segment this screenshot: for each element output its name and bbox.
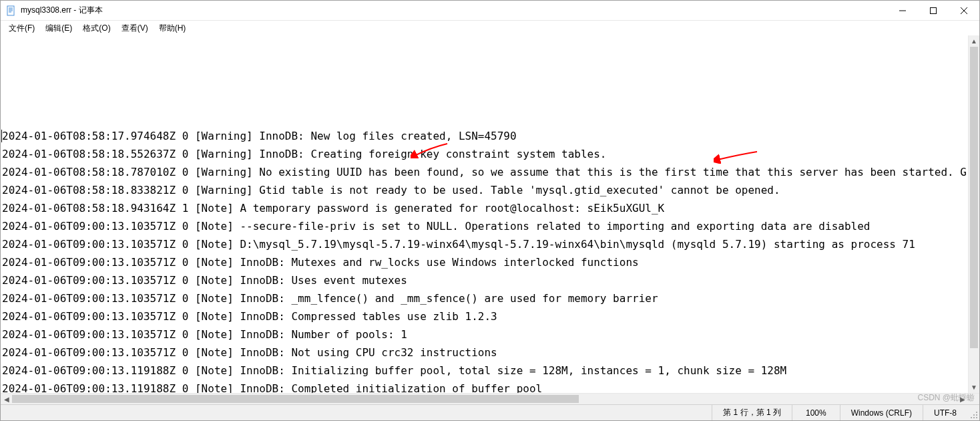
menu-help[interactable]: 帮助(H) bbox=[154, 21, 192, 35]
close-button[interactable] bbox=[949, 1, 979, 21]
vertical-scrollbar[interactable]: ▲ ▼ bbox=[968, 35, 979, 393]
svg-point-9 bbox=[976, 412, 977, 413]
menubar: 文件(F) 编辑(E) 格式(O) 查看(V) 帮助(H) bbox=[1, 21, 979, 35]
titlebar[interactable]: mysql3308.err - 记事本 bbox=[1, 1, 979, 21]
notepad-window: mysql3308.err - 记事本 文件(F) 编辑(E) 格式(O) 查看… bbox=[0, 0, 980, 421]
svg-point-13 bbox=[973, 417, 975, 418]
scroll-up-arrow-icon[interactable]: ▲ bbox=[969, 35, 979, 47]
resize-grip-icon[interactable] bbox=[967, 405, 979, 420]
statusbar: 第 1 行，第 1 列 100% Windows (CRLF) UTF-8 bbox=[1, 404, 979, 420]
status-zoom: 100% bbox=[792, 405, 840, 420]
text-editor[interactable]: 2024-01-06T08:58:17.974648Z 0 [Warning] … bbox=[1, 35, 968, 393]
log-line: 2024-01-06T09:00:13.103571Z 0 [Note] Inn… bbox=[2, 343, 968, 362]
menu-format[interactable]: 格式(O) bbox=[77, 21, 115, 35]
log-line: 2024-01-06T09:00:13.119188Z 0 [Note] Inn… bbox=[2, 380, 968, 393]
content-area: 2024-01-06T08:58:17.974648Z 0 [Warning] … bbox=[1, 35, 979, 393]
log-line: 2024-01-06T09:00:13.119188Z 0 [Note] Inn… bbox=[2, 362, 968, 380]
log-line: 2024-01-06T08:58:17.974648Z 0 [Warning] … bbox=[2, 127, 968, 145]
hscroll-thumb[interactable] bbox=[12, 395, 579, 403]
log-line: 2024-01-06T09:00:13.103571Z 0 [Note] --s… bbox=[2, 217, 968, 235]
window-title: mysql3308.err - 记事本 bbox=[21, 5, 103, 16]
log-line: 2024-01-06T08:58:18.943164Z 1 [Note] A t… bbox=[2, 199, 968, 217]
vscroll-thumb[interactable] bbox=[970, 47, 978, 348]
log-line: 2024-01-06T09:00:13.103571Z 0 [Note] Inn… bbox=[2, 289, 968, 307]
scroll-down-arrow-icon[interactable]: ▼ bbox=[969, 382, 979, 393]
log-line: 2024-01-06T08:58:18.833821Z 0 [Warning] … bbox=[2, 181, 968, 199]
log-line: 2024-01-06T09:00:13.103571Z 0 [Note] D:\… bbox=[2, 235, 968, 253]
svg-rect-6 bbox=[931, 7, 937, 13]
hscroll-track[interactable] bbox=[12, 394, 957, 404]
status-lineending: Windows (CRLF) bbox=[840, 405, 923, 420]
log-line: 2024-01-06T09:00:13.103571Z 0 [Note] Inn… bbox=[2, 307, 968, 325]
log-line: 2024-01-06T08:58:18.552637Z 0 [Warning] … bbox=[2, 145, 968, 163]
log-line: 2024-01-06T09:00:13.103571Z 0 [Note] Inn… bbox=[2, 253, 968, 271]
maximize-button[interactable] bbox=[918, 1, 949, 21]
svg-point-11 bbox=[976, 414, 977, 416]
status-position: 第 1 行，第 1 列 bbox=[712, 405, 792, 420]
log-line: 2024-01-06T09:00:13.103571Z 0 [Note] Inn… bbox=[2, 325, 968, 343]
svg-point-12 bbox=[971, 417, 972, 418]
svg-point-10 bbox=[973, 414, 975, 416]
menu-view[interactable]: 查看(V) bbox=[116, 21, 154, 35]
app-icon bbox=[6, 5, 17, 16]
minimize-button[interactable] bbox=[887, 1, 918, 21]
scroll-right-arrow-icon[interactable]: ▶ bbox=[957, 394, 968, 404]
horizontal-scrollbar[interactable]: ◀ ▶ bbox=[1, 394, 968, 404]
scroll-corner bbox=[968, 394, 979, 405]
status-encoding: UTF-8 bbox=[923, 405, 967, 420]
log-line: 2024-01-06T09:00:13.103571Z 0 [Note] Inn… bbox=[2, 271, 968, 289]
vscroll-track[interactable] bbox=[969, 47, 979, 382]
menu-file[interactable]: 文件(F) bbox=[3, 21, 40, 35]
menu-edit[interactable]: 编辑(E) bbox=[40, 21, 77, 35]
scroll-left-arrow-icon[interactable]: ◀ bbox=[1, 394, 12, 404]
svg-point-14 bbox=[976, 417, 977, 418]
hscroll-row: ◀ ▶ bbox=[1, 393, 979, 404]
log-line: 2024-01-06T08:58:18.787010Z 0 [Warning] … bbox=[2, 163, 968, 181]
